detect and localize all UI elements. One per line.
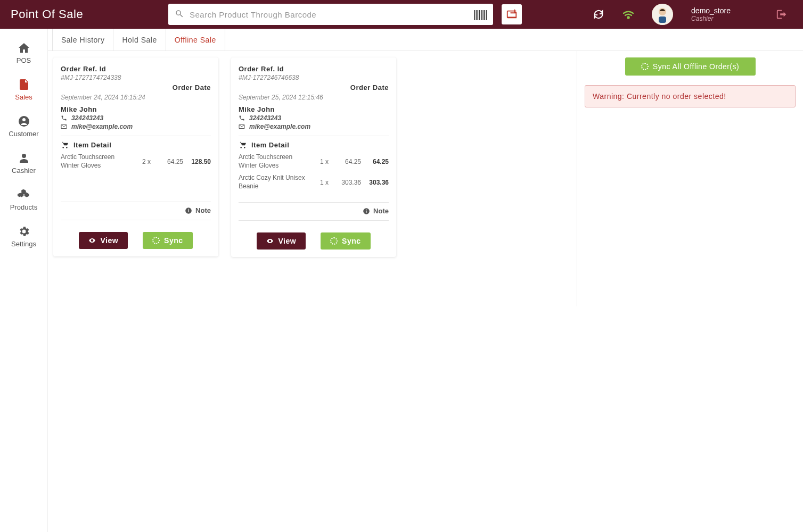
spinner-icon: [641, 63, 649, 70]
svg-rect-3: [659, 16, 666, 23]
item-qty: 1 x: [315, 158, 333, 165]
right-panel: Sync All Offline Order(s) Warning: Curre…: [577, 51, 803, 306]
item-qty: 1 x: [315, 179, 333, 186]
svg-rect-12: [366, 211, 367, 213]
spinner-icon: [330, 237, 338, 245]
note-row: Note: [239, 207, 389, 215]
order-ref-label: Order Ref. Id: [61, 65, 211, 73]
barcode-icon[interactable]: ||||||||: [473, 9, 487, 21]
svg-point-6: [22, 154, 26, 158]
svg-point-9: [188, 209, 189, 210]
note-row: Note: [61, 206, 211, 214]
order-card[interactable]: Order Ref. Id #MJ-1727246746638 Order Da…: [231, 57, 396, 257]
item-row: Arctic Touchscreen Winter Gloves 1 x 64.…: [239, 153, 389, 170]
item-detail-header: Item Detail: [61, 140, 211, 149]
add-wallet-button[interactable]: [502, 4, 522, 24]
divider: [61, 202, 211, 202]
item-price: 303.36: [337, 179, 361, 186]
info-icon: [363, 207, 370, 215]
search-icon: [175, 9, 184, 20]
divider: [239, 202, 389, 203]
customer-email: mike@example.com: [249, 123, 310, 130]
sidebar-item-label: POS: [17, 56, 31, 64]
sync-all-button[interactable]: Sync All Offline Order(s): [625, 57, 756, 76]
order-ref-label: Order Ref. Id: [239, 65, 389, 73]
user-menu[interactable]: demo_store Cashier: [691, 6, 731, 22]
card-actions: View Sync: [239, 232, 389, 250]
sidebar-item-sales[interactable]: Sales: [0, 71, 47, 107]
sidebar-item-label: Cashier: [12, 167, 36, 174]
customer-name: Mike John: [61, 105, 211, 113]
logout-icon[interactable]: [771, 4, 792, 25]
customer-email-row: mike@example.com: [61, 123, 211, 130]
search-input[interactable]: [190, 10, 468, 19]
view-button[interactable]: View: [257, 232, 306, 250]
customer-phone-row: 324243243: [61, 114, 211, 122]
svg-point-13: [366, 209, 367, 210]
divider: [61, 220, 211, 220]
order-ref-id: #MJ-1727174724338: [61, 74, 211, 81]
user-role: Cashier: [691, 15, 731, 22]
warning-message: Warning: Currently no order selected!: [585, 85, 796, 107]
customer-name: Mike John: [239, 105, 389, 113]
sidebar-item-pos[interactable]: POS: [0, 34, 47, 71]
order-ref-id: #MJ-1727246746638: [239, 74, 389, 81]
sidebar: POS Sales Customer Cashier Products Sett…: [0, 29, 48, 532]
customer-phone-row: 324243243: [239, 114, 389, 122]
item-row: Arctic Cozy Knit Unisex Beanie 1 x 303.3…: [239, 174, 389, 190]
brand-title: Point Of Sale: [11, 7, 160, 21]
eye-icon: [266, 237, 274, 245]
order-date-label: Order Date: [61, 84, 211, 92]
sidebar-item-products[interactable]: Products: [0, 181, 47, 218]
avatar[interactable]: [652, 4, 673, 25]
card-actions: View Sync: [61, 232, 211, 249]
item-row: Arctic Touchscreen Winter Gloves 2 x 64.…: [61, 153, 211, 170]
email-icon: [239, 123, 245, 130]
phone-icon: [61, 115, 67, 121]
tabs: Sale History Hold Sale Offline Sale: [48, 29, 803, 51]
customer-email-row: mike@example.com: [239, 123, 389, 130]
item-total: 128.50: [186, 158, 211, 165]
info-icon: [185, 207, 192, 214]
eye-icon: [88, 237, 96, 244]
main: Order Ref. Id #MJ-1727174724338 Order Da…: [48, 51, 803, 532]
wifi-icon[interactable]: [618, 4, 639, 25]
customer-phone: 324243243: [71, 114, 103, 122]
item-total: 64.25: [364, 158, 389, 165]
item-price: 64.25: [337, 158, 361, 165]
sync-button[interactable]: Sync: [321, 232, 370, 250]
phone-icon: [239, 115, 245, 121]
sidebar-item-label: Products: [10, 203, 37, 211]
tab-hold-sale[interactable]: Hold Sale: [113, 29, 166, 51]
order-card[interactable]: Order Ref. Id #MJ-1727174724338 Order Da…: [53, 57, 218, 256]
item-name: Arctic Cozy Knit Unisex Beanie: [239, 174, 312, 190]
divider: [239, 136, 389, 136]
svg-point-14: [269, 240, 271, 242]
sidebar-item-customer[interactable]: Customer: [0, 107, 47, 144]
item-name: Arctic Touchscreen Winter Gloves: [61, 153, 134, 170]
order-date-value: September 24, 2024 16:15:24: [61, 94, 211, 101]
tab-offline-sale[interactable]: Offline Sale: [166, 29, 225, 51]
sidebar-item-settings[interactable]: Settings: [0, 218, 47, 254]
search-box[interactable]: ||||||||: [168, 4, 493, 25]
svg-point-0: [627, 16, 629, 18]
sync-button[interactable]: Sync: [143, 232, 192, 249]
header: Point Of Sale |||||||| demo_store Cashie…: [0, 0, 803, 29]
sync-all-label: Sync All Offline Order(s): [653, 62, 739, 71]
item-price: 64.25: [159, 158, 183, 165]
cart-icon: [61, 140, 69, 149]
tab-sale-history[interactable]: Sale History: [52, 29, 113, 51]
item-total: 303.36: [364, 179, 389, 186]
username: demo_store: [691, 6, 731, 15]
spinner-icon: [152, 237, 160, 244]
item-detail-header: Item Detail: [239, 140, 389, 149]
item-qty: 2 x: [137, 158, 155, 165]
sidebar-item-label: Settings: [11, 240, 36, 248]
sidebar-item-cashier[interactable]: Cashier: [0, 144, 47, 181]
refresh-icon[interactable]: [588, 4, 609, 25]
view-button[interactable]: View: [79, 232, 128, 249]
divider: [61, 136, 211, 136]
cart-icon: [239, 140, 247, 149]
customer-phone: 324243243: [249, 114, 281, 122]
divider: [239, 220, 389, 221]
